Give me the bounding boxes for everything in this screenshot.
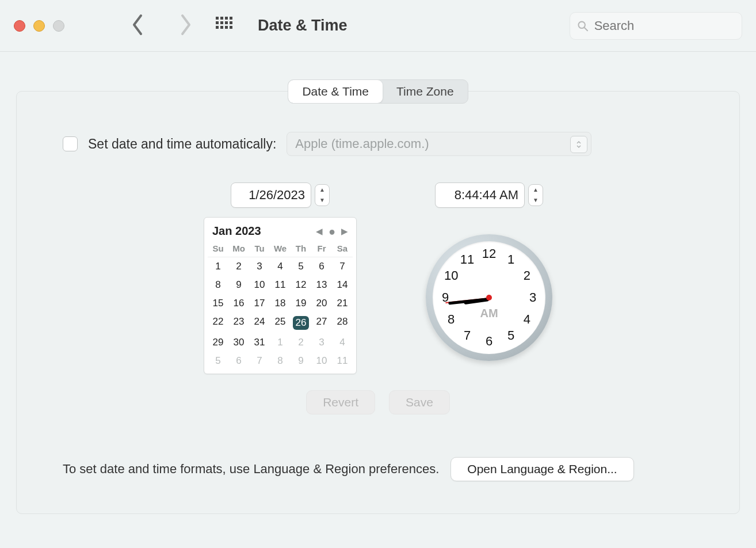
calendar-day[interactable]: 11 (332, 352, 353, 370)
clock-number: 2 (524, 268, 530, 283)
time-column: 8:44:44 AM ▲ ▼ AM 121234567891011 (426, 182, 552, 374)
calendar-day[interactable]: 23 (228, 313, 249, 333)
tab-date-time[interactable]: Date & Time (288, 80, 383, 103)
calendar-month-label: Jan 2023 (212, 224, 261, 238)
svg-rect-4 (216, 21, 219, 24)
calendar-header: Jan 2023 ◀ ● ▶ (208, 223, 353, 242)
calendar-day[interactable]: 1 (270, 333, 291, 352)
calendar-day[interactable]: 13 (311, 276, 332, 294)
search-field[interactable] (570, 12, 742, 40)
calendar-day[interactable]: 12 (291, 276, 311, 294)
time-stepper[interactable]: ▲ ▼ (528, 184, 543, 206)
calendar-day[interactable]: 9 (291, 352, 311, 370)
svg-rect-8 (216, 26, 219, 29)
calendar-day[interactable]: 5 (208, 352, 228, 370)
calendar-day[interactable]: 8 (270, 352, 291, 370)
chevron-left-icon (130, 13, 145, 36)
footer-text: To set date and time formats, use Langua… (63, 462, 439, 477)
calendar-day[interactable]: 30 (228, 333, 249, 352)
chevron-up-icon: ▲ (319, 187, 325, 193)
date-column: 1/26/2023 ▲ ▼ Jan 2023 ◀ ● ▶ SuMoTuWeThF… (204, 182, 357, 374)
search-input[interactable] (594, 18, 735, 33)
svg-rect-2 (225, 17, 228, 20)
svg-rect-3 (230, 17, 232, 20)
calendar-day[interactable]: 1 (208, 257, 228, 276)
calendar-prev-button[interactable]: ◀ (316, 226, 323, 237)
calendar: Jan 2023 ◀ ● ▶ SuMoTuWeThFrSa12345678910… (204, 217, 357, 374)
calendar-day[interactable]: 18 (270, 294, 291, 313)
calendar-nav: ◀ ● ▶ (316, 226, 348, 237)
calendar-day[interactable]: 7 (249, 352, 270, 370)
calendar-day[interactable]: 19 (291, 294, 311, 313)
forward-button[interactable] (178, 13, 193, 39)
close-window-button[interactable] (14, 20, 25, 32)
calendar-day[interactable]: 4 (332, 333, 353, 352)
time-server-value: Apple (time.apple.com.) (295, 136, 429, 151)
calendar-day[interactable]: 10 (249, 276, 270, 294)
svg-line-13 (584, 27, 587, 31)
segmented-control: Date & Time Time Zone (288, 79, 468, 104)
clock-number: 10 (444, 268, 458, 283)
calendar-day[interactable]: 3 (311, 333, 332, 352)
svg-rect-7 (230, 21, 232, 24)
time-field[interactable]: 8:44:44 AM (435, 182, 525, 208)
clock-center (486, 295, 492, 300)
main-panel: Set date and time automatically: Apple (… (16, 91, 740, 514)
tab-time-zone[interactable]: Time Zone (383, 80, 468, 103)
svg-rect-10 (225, 26, 228, 29)
open-language-region-button[interactable]: Open Language & Region... (450, 457, 633, 481)
calendar-dow: Sa (332, 242, 353, 257)
calendar-day[interactable]: 29 (208, 333, 228, 352)
calendar-day[interactable]: 16 (228, 294, 249, 313)
calendar-day[interactable]: 11 (270, 276, 291, 294)
back-button[interactable] (130, 13, 145, 39)
minimize-window-button[interactable] (33, 20, 45, 32)
date-stepper[interactable]: ▲ ▼ (315, 184, 330, 206)
fullscreen-window-button[interactable] (53, 20, 64, 32)
calendar-dow: Tu (249, 242, 270, 257)
time-server-dropdown-button[interactable] (570, 136, 587, 153)
chevron-up-icon: ▲ (533, 187, 539, 193)
calendar-day[interactable]: 27 (311, 313, 332, 333)
calendar-next-button[interactable]: ▶ (341, 226, 348, 237)
grid-icon (215, 16, 232, 33)
calendar-day[interactable]: 26 (291, 313, 311, 333)
show-all-prefs-button[interactable] (215, 16, 232, 36)
calendar-day[interactable]: 22 (208, 313, 228, 333)
revert-button[interactable]: Revert (306, 390, 375, 414)
set-automatically-checkbox[interactable] (63, 136, 78, 151)
calendar-day[interactable]: 8 (208, 276, 228, 294)
calendar-day[interactable]: 24 (249, 313, 270, 333)
calendar-day[interactable]: 25 (270, 313, 291, 333)
clock-number: 6 (486, 334, 492, 349)
date-field[interactable]: 1/26/2023 (231, 182, 311, 208)
calendar-day[interactable]: 5 (291, 257, 311, 276)
time-field-wrap: 8:44:44 AM ▲ ▼ (435, 182, 543, 208)
calendar-day[interactable]: 2 (291, 333, 311, 352)
calendar-day[interactable]: 21 (332, 294, 353, 313)
calendar-day[interactable]: 10 (311, 352, 332, 370)
calendar-day[interactable]: 15 (208, 294, 228, 313)
calendar-day[interactable]: 31 (249, 333, 270, 352)
calendar-day[interactable]: 17 (249, 294, 270, 313)
calendar-day[interactable]: 6 (228, 352, 249, 370)
time-server-combobox[interactable]: Apple (time.apple.com.) (287, 132, 591, 156)
calendar-day[interactable]: 4 (270, 257, 291, 276)
svg-rect-9 (220, 26, 223, 29)
clock-number: 5 (507, 328, 514, 343)
calendar-day[interactable]: 3 (249, 257, 270, 276)
calendar-day[interactable]: 7 (332, 257, 353, 276)
clock-ampm-label: AM (480, 307, 498, 320)
calendar-day[interactable]: 2 (228, 257, 249, 276)
calendar-dow: Th (291, 242, 311, 257)
columns: 1/26/2023 ▲ ▼ Jan 2023 ◀ ● ▶ SuMoTuWeThF… (63, 182, 693, 374)
calendar-day[interactable]: 14 (332, 276, 353, 294)
calendar-day[interactable]: 28 (332, 313, 353, 333)
clock-number: 4 (524, 312, 530, 327)
calendar-day[interactable]: 20 (311, 294, 332, 313)
clock-number: 11 (460, 252, 474, 267)
calendar-day[interactable]: 6 (311, 257, 332, 276)
calendar-day[interactable]: 9 (228, 276, 249, 294)
save-button[interactable]: Save (389, 390, 450, 414)
analog-clock[interactable]: AM 121234567891011 (426, 234, 552, 361)
